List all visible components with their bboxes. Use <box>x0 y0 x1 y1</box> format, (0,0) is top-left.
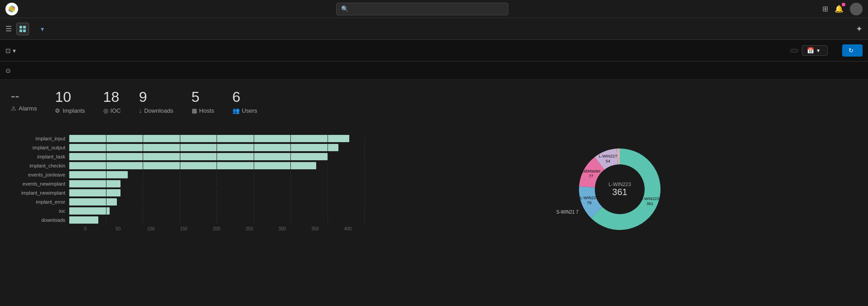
refresh-button[interactable]: ↻ <box>842 44 863 57</box>
refresh-icon: ↻ <box>849 47 854 54</box>
bar-row: downloads <box>11 216 364 224</box>
search-icon: 🔍 <box>341 5 348 12</box>
x-tick: 150 <box>167 226 200 231</box>
x-tick: 50 <box>101 226 134 231</box>
time-picker[interactable]: 📅 ▾ <box>802 45 828 56</box>
bar-track <box>69 198 364 206</box>
alarms-label: ⚠ Alarms <box>11 105 37 112</box>
x-tick: 200 <box>200 226 233 231</box>
bar-label: ioc <box>11 208 65 214</box>
bar-label: downloads <box>11 217 65 223</box>
bar-label: implant_checkin <box>11 163 65 168</box>
downloads-label: ↓ Downloads <box>139 107 174 114</box>
bar-fill <box>69 189 121 196</box>
dashboard-icon[interactable] <box>16 23 29 35</box>
bar-track <box>69 189 364 196</box>
bar-row: implant_checkin <box>11 162 364 169</box>
search-type-selector[interactable]: ⊡ ▾ <box>5 47 16 54</box>
hosts-value: 5 <box>192 89 214 105</box>
main-content: -- ⚠ Alarms 10 ⚙ Implants 18 ◎ IOC 9 ↓ <box>0 80 868 304</box>
hosts-label: ▦ Hosts <box>192 107 214 114</box>
alarms-value: -- <box>11 89 37 103</box>
bar-row: implant_task <box>11 153 364 160</box>
bar-label: implant_error <box>11 199 65 205</box>
event-type-section: implant_inputimplant_outputimplant_taski… <box>11 128 364 239</box>
marketplace-icon[interactable]: ⊞ <box>822 5 828 13</box>
stat-implants: 10 ⚙ Implants <box>55 89 85 114</box>
top-nav-left <box>5 3 22 15</box>
bell-icon[interactable]: 🔔 <box>834 5 844 13</box>
downloads-value: 9 <box>139 89 174 105</box>
users-icon: 👥 <box>232 107 240 114</box>
stat-alarms: -- ⚠ Alarms <box>11 89 37 112</box>
filter-icon[interactable]: ⊙ <box>5 67 11 74</box>
search-row: ⊡ ▾ 📅 ▾ ↻ <box>0 40 868 62</box>
svg-rect-5 <box>19 29 22 32</box>
assistant-icon[interactable]: ✦ <box>856 24 863 34</box>
event-type-bar-chart: implant_inputimplant_outputimplant_taski… <box>11 135 364 231</box>
bar-track <box>69 162 364 169</box>
elastic-logo[interactable] <box>5 3 18 15</box>
ioc-value: 18 <box>103 89 121 105</box>
kql-button[interactable] <box>790 49 798 53</box>
bar-label: implant_newimplant <box>11 190 65 196</box>
x-tick: 350 <box>299 226 331 231</box>
hamburger-menu[interactable]: ☰ <box>5 24 12 33</box>
implants-icon: ⚙ <box>55 107 60 114</box>
bar-fill <box>69 198 117 206</box>
bar-fill <box>69 216 98 224</box>
users-label: 👥 Users <box>232 107 257 114</box>
bar-row: ioc <box>11 207 364 215</box>
bar-row: events_newimplant <box>11 180 364 187</box>
x-tick: 400 <box>332 226 364 231</box>
show-dates-button[interactable] <box>831 49 839 52</box>
global-search-bar[interactable]: 🔍 <box>336 3 508 15</box>
implants-label: ⚙ Implants <box>55 107 85 114</box>
bar-track <box>69 207 364 215</box>
bar-label: implant_task <box>11 154 65 159</box>
bar-row: implant_newimplant <box>11 189 364 196</box>
chevron-down-icon: ▾ <box>13 47 16 54</box>
second-navigation: ☰ ▾ ✦ <box>0 18 868 40</box>
svg-rect-3 <box>19 26 22 29</box>
bar-row: implant_error <box>11 198 364 206</box>
x-tick: 250 <box>233 226 265 231</box>
stats-row: -- ⚠ Alarms 10 ⚙ Implants 18 ◎ IOC 9 ↓ <box>11 89 857 114</box>
bar-row: implant_output <box>11 144 364 151</box>
donut-svg <box>570 139 670 239</box>
bar-track <box>69 171 364 178</box>
x-tick: 100 <box>135 226 167 231</box>
filter-row: ⊙ <box>0 62 868 80</box>
charts-container: implant_inputimplant_outputimplant_taski… <box>11 128 857 239</box>
donut-chart-wrapper: L-WIN223361 L-WIN223361L-WIN22479LabMast… <box>382 135 857 239</box>
users-value: 6 <box>232 89 257 105</box>
bar-track <box>69 135 364 142</box>
chevron-down-icon: ▾ <box>817 47 820 54</box>
avatar[interactable] <box>850 3 863 15</box>
svg-rect-4 <box>23 26 26 29</box>
chevron-down-icon: ▾ <box>41 25 44 33</box>
calendar-icon: 📅 <box>807 47 814 54</box>
bar-track <box>69 216 364 224</box>
bar-fill <box>69 207 110 215</box>
stat-ioc: 18 ◎ IOC <box>103 89 121 114</box>
stat-hosts: 5 ▦ Hosts <box>192 89 214 114</box>
bar-label: implant_input <box>11 136 65 141</box>
bar-track <box>69 153 364 160</box>
search-type-icon: ⊡ <box>5 47 11 54</box>
alarm-icon: ⚠ <box>11 105 16 112</box>
bar-fill <box>69 153 328 160</box>
top-navigation: 🔍 ⊞ 🔔 <box>0 0 868 18</box>
bar-fill <box>69 135 349 142</box>
stat-users: 6 👥 Users <box>232 89 257 114</box>
x-axis: 050100150200250300350400 <box>11 226 364 231</box>
ioc-icon: ◎ <box>103 107 108 114</box>
hosts-icon: ▦ <box>192 107 197 114</box>
bar-row: events_joinleave <box>11 171 364 178</box>
bar-fill <box>69 144 338 151</box>
breadcrumb: ▾ <box>34 25 44 33</box>
summary-button[interactable]: ▾ <box>39 25 44 33</box>
x-tick: 0 <box>69 226 101 231</box>
hostnames-section: L-WIN223361 L-WIN223361L-WIN22479LabMast… <box>382 128 857 239</box>
bar-row: implant_input <box>11 135 364 142</box>
